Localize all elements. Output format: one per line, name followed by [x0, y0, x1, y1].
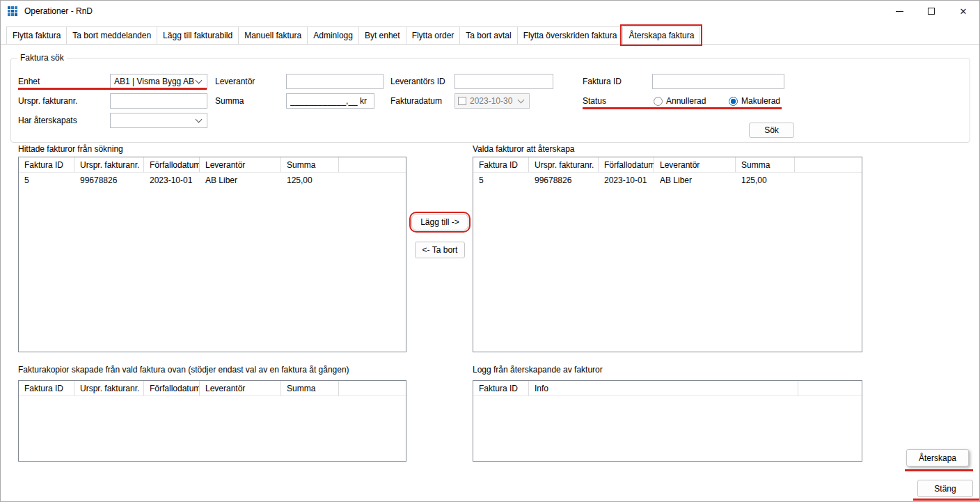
column-header[interactable]: Info: [529, 381, 798, 395]
groupbox-title: Faktura sök: [17, 53, 67, 63]
leverantors-id-input[interactable]: [455, 74, 553, 89]
found-table-title: Hittade fakturor från sökning: [18, 144, 123, 154]
minimize-icon: [896, 11, 903, 12]
column-header[interactable]: Summa: [736, 157, 795, 172]
column-header[interactable]: Urspr. fakturanr.: [74, 157, 144, 172]
column-header[interactable]: Summa: [281, 157, 339, 172]
chevron-down-icon: [518, 97, 525, 104]
found-invoices-table[interactable]: Faktura IDUrspr. fakturanr.Förfallodatum…: [18, 157, 406, 352]
column-header[interactable]: Förfallodatum: [599, 157, 654, 172]
column-header[interactable]: Leverantör: [200, 381, 281, 395]
column-header[interactable]: Faktura ID: [473, 381, 529, 395]
table-header: Faktura IDUrspr. fakturanr.Förfallodatum…: [19, 157, 406, 173]
tab-flytta-overskriden-faktura[interactable]: Flytta överskriden faktura: [517, 26, 624, 44]
annotation-underline-enhet: [18, 88, 207, 90]
har-aterskapats-label: Har återskapats: [18, 116, 77, 125]
fakturadatum-checkbox[interactable]: [458, 97, 466, 105]
column-header-filler: [339, 157, 406, 172]
table-header: Faktura IDUrspr. fakturanr.Förfallodatum…: [473, 157, 862, 173]
table-row[interactable]: 5996788262023-10-01AB Liber125,00: [19, 173, 406, 187]
tab-flytta-order[interactable]: Flytta order: [406, 26, 461, 44]
table-cell: 2023-10-01: [599, 175, 654, 185]
annotation-underline-aterskapa: [905, 469, 973, 471]
column-header[interactable]: Leverantör: [200, 157, 281, 172]
tab-strip: Flytta faktura Ta bort meddelanden Lägg …: [1, 26, 979, 45]
tab-adminlogg[interactable]: Adminlogg: [307, 26, 359, 44]
log-table-title: Logg från återskapande av fakturor: [473, 365, 603, 375]
window-title: Operationer - RnD: [24, 6, 93, 16]
column-header-filler: [795, 157, 862, 172]
copies-table-title: Fakturakopior skapade från vald faktura …: [18, 365, 349, 375]
tab-manuell-faktura[interactable]: Manuell faktura: [238, 26, 308, 44]
recreate-log-table[interactable]: Faktura IDInfo: [473, 380, 862, 462]
column-header[interactable]: Faktura ID: [473, 157, 529, 172]
faktura-id-input[interactable]: [652, 74, 784, 89]
tab-ta-bort-meddelanden[interactable]: Ta bort meddelanden: [66, 26, 157, 44]
har-aterskapats-select[interactable]: [110, 113, 207, 128]
fakturadatum-label: Fakturadatum: [390, 96, 442, 106]
faktura-id-label: Faktura ID: [583, 77, 622, 86]
column-header[interactable]: Faktura ID: [19, 381, 74, 395]
title-bar: Operationer - RnD ✕: [1, 1, 979, 22]
aterskapa-button[interactable]: Återskapa: [906, 449, 969, 466]
table-cell: 99678826: [74, 175, 144, 185]
column-header[interactable]: Förfallodatum: [144, 381, 200, 395]
column-header[interactable]: Faktura ID: [19, 157, 74, 172]
enhet-value: AB1 | Visma Bygg AB: [114, 77, 196, 86]
fakturadatum-picker[interactable]: 2023-10-30: [455, 93, 530, 109]
table-cell: 99678826: [529, 175, 599, 185]
tab-byt-enhet[interactable]: Byt enhet: [358, 26, 406, 44]
sok-button[interactable]: Sök: [749, 123, 794, 138]
status-label: Status: [583, 96, 606, 106]
enhet-label: Enhet: [18, 77, 40, 86]
table-cell: 5: [19, 175, 74, 185]
maximize-icon: [928, 8, 935, 15]
column-header[interactable]: Förfallodatum: [144, 157, 200, 172]
close-icon: ✕: [960, 7, 967, 16]
invoice-copies-table[interactable]: Faktura IDUrspr. fakturanr.Förfallodatum…: [18, 380, 406, 462]
app-window: Operationer - RnD ✕ Flytta faktura Ta bo…: [0, 0, 980, 502]
leverantors-id-label: Leverantörs ID: [390, 77, 445, 86]
status-annullerad-label: Annullerad: [666, 96, 706, 106]
column-header[interactable]: Urspr. fakturanr.: [529, 157, 599, 172]
table-header: Faktura IDInfo: [473, 381, 862, 396]
stang-button[interactable]: Stäng: [917, 480, 973, 497]
table-cell: 5: [473, 175, 529, 185]
window-controls: ✕: [883, 1, 979, 22]
tab-ta-bort-avtal[interactable]: Ta bort avtal: [459, 26, 517, 44]
summa-label: Summa: [215, 96, 244, 106]
status-makulerad-radio[interactable]: [729, 97, 738, 106]
table-cell: 2023-10-01: [144, 175, 200, 185]
maximize-button[interactable]: [915, 1, 947, 22]
leverantor-input[interactable]: [286, 74, 384, 89]
tab-lagg-till-fakturabild[interactable]: Lägg till fakturabild: [157, 26, 239, 44]
tab-flytta-faktura[interactable]: Flytta faktura: [6, 26, 67, 44]
table-cell: 125,00: [736, 175, 795, 185]
column-header[interactable]: Summa: [281, 381, 339, 395]
fakturadatum-value: 2023-10-30: [470, 96, 515, 106]
table-cell: AB Liber: [654, 175, 736, 185]
minimize-button[interactable]: [883, 1, 915, 22]
enhet-select[interactable]: AB1 | Visma Bygg AB: [110, 74, 207, 89]
tab-aterskapa-faktura[interactable]: Återskapa faktura: [622, 26, 700, 44]
remove-button[interactable]: <- Ta bort: [415, 242, 465, 258]
add-button[interactable]: Lägg till ->: [411, 214, 468, 230]
table-cell: 125,00: [281, 175, 339, 185]
status-annullerad-radio[interactable]: [654, 97, 663, 106]
column-header-filler: [798, 381, 862, 395]
selected-invoices-table[interactable]: Faktura IDUrspr. fakturanr.Förfallodatum…: [473, 157, 862, 352]
urspr-fakturanr-input[interactable]: [110, 93, 207, 109]
close-button[interactable]: ✕: [947, 1, 979, 22]
summa-input[interactable]: [286, 93, 374, 109]
column-header-filler: [339, 381, 406, 395]
column-header[interactable]: Leverantör: [654, 157, 736, 172]
leverantor-label: Leverantör: [215, 77, 255, 86]
status-makulerad-label: Makulerad: [741, 96, 780, 106]
chevron-down-icon: [196, 116, 203, 123]
app-icon: [8, 6, 18, 17]
table-row[interactable]: 5996788262023-10-01AB Liber125,00: [473, 173, 862, 187]
column-header[interactable]: Urspr. fakturanr.: [74, 381, 144, 395]
table-header: Faktura IDUrspr. fakturanr.Förfallodatum…: [19, 381, 406, 396]
chevron-down-icon: [196, 77, 203, 84]
urspr-fakturanr-label: Urspr. fakturanr.: [18, 96, 77, 106]
